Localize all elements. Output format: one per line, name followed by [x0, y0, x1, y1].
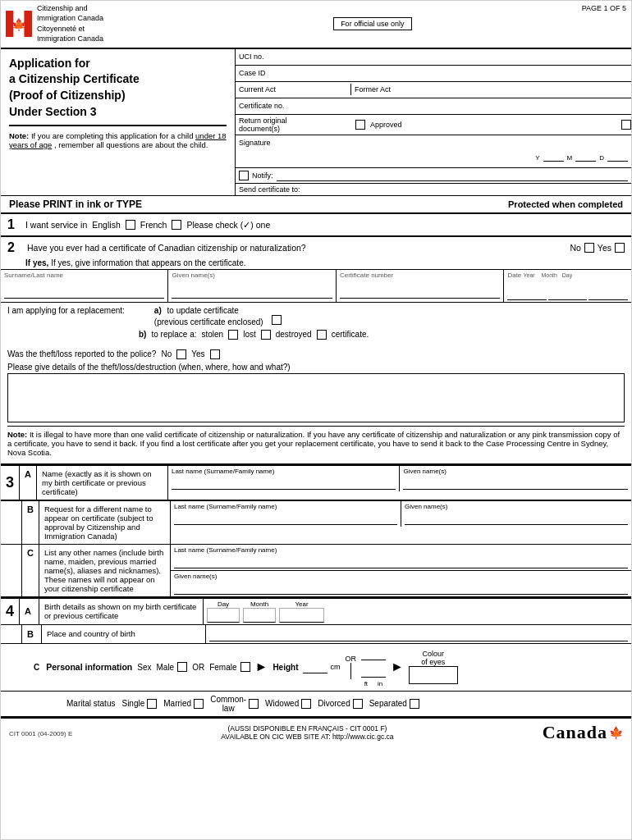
date-cell: Date Year Month Day	[504, 270, 631, 302]
single-checkbox[interactable]	[147, 699, 157, 709]
yes-checkbox[interactable]	[615, 243, 625, 253]
section3b-fields: Last name (Surname/Family name) Given na…	[171, 501, 631, 544]
section1-number: 1	[7, 217, 21, 232]
notify-checkbox[interactable]	[239, 171, 249, 180]
section3a-sub: A Name (exactly as it is shown on my bir…	[20, 466, 631, 500]
signature-row: Signature Y M D	[236, 135, 631, 168]
given-name-input[interactable]	[172, 285, 332, 299]
french-checkbox[interactable]	[172, 220, 181, 230]
canada-wordmark: Canada	[543, 722, 607, 743]
destroyed-checkbox[interactable]	[317, 330, 327, 340]
sex-label: Sex	[137, 663, 151, 672]
french-label: French	[140, 220, 167, 230]
yes2-checkbox[interactable]	[210, 349, 220, 359]
section2-question: Have you ever had a certificate of Canad…	[27, 243, 306, 253]
married-label: Married	[163, 699, 191, 708]
common-law-label: Common- law	[210, 695, 246, 713]
section3b-last-input[interactable]	[174, 512, 397, 525]
section3c-given-row: Given name(s)	[171, 571, 631, 596]
widowed-checkbox[interactable]	[301, 699, 311, 709]
surname-input[interactable]	[4, 285, 164, 299]
return-checkbox[interactable]	[355, 120, 365, 130]
option-b-label: b)	[139, 330, 146, 339]
divorced-checkbox[interactable]	[353, 699, 363, 709]
female-label: Female	[209, 663, 236, 672]
cert-number-input[interactable]	[340, 285, 500, 299]
birth-month-input[interactable]	[243, 608, 276, 623]
section4a-row: 4 A Birth details as shown on my birth c…	[1, 599, 631, 625]
height-in-input[interactable]	[361, 664, 386, 678]
no-checkbox[interactable]	[584, 243, 594, 253]
section4-area: 4 A Birth details as shown on my birth c…	[1, 597, 631, 718]
birth-day-input[interactable]	[207, 608, 240, 623]
section4a-fields: Day Month Year	[204, 599, 631, 624]
english-checkbox[interactable]	[126, 220, 135, 230]
sig-month-input[interactable]	[575, 150, 596, 162]
section1-row: 1 I want service in English French Pleas…	[1, 214, 631, 237]
section3-number: 3	[1, 466, 20, 500]
print-notice: Please PRINT in ink or TYPE	[9, 199, 142, 210]
place-birth-input[interactable]	[209, 627, 628, 641]
certificate-label: certificate.	[332, 330, 369, 339]
section4b-row: B Place and country of birth	[1, 625, 631, 644]
birth-year-input[interactable]	[279, 608, 324, 623]
section3a-last-cell: Last name (Surname/Family name)	[168, 466, 401, 491]
section2-area: 2 Have you ever had a certificate of Can…	[1, 237, 631, 464]
cert-no-label: Certificate no.	[236, 100, 350, 112]
section3c-given-input[interactable]	[174, 582, 628, 595]
no2-label: No	[161, 349, 172, 358]
widowed-label: Widowed	[265, 699, 299, 708]
married-checkbox[interactable]	[194, 699, 204, 709]
header-center: For official use only	[170, 4, 575, 44]
return-row: Return original document(s) Approved	[236, 115, 631, 135]
note-text2: , remember all questions are about the c…	[54, 140, 208, 149]
option-a-checkbox[interactable]	[272, 315, 282, 325]
sig-day-input[interactable]	[607, 150, 628, 162]
lost-checkbox[interactable]	[261, 330, 271, 340]
female-checkbox[interactable]	[240, 662, 250, 672]
section1-text: I want service in	[25, 220, 87, 230]
notify-row: Notify:	[236, 168, 631, 183]
footer: CIT 0001 (04-2009) E (AUSSI DISPONIBLE E…	[1, 718, 631, 746]
cert-day-input[interactable]	[588, 287, 628, 300]
section3a-given-input[interactable]	[403, 477, 628, 490]
section3b-sub: B Request for a different name to appear…	[22, 501, 631, 544]
colour-eyes-label: Colour of eyes	[421, 650, 445, 666]
section3b-given-input[interactable]	[405, 512, 628, 525]
section3b-desc: Request for a different name to appear o…	[39, 501, 171, 544]
illegal-note-text: It is illegal to have more than one vali…	[7, 430, 620, 457]
sig-year-input[interactable]	[543, 150, 564, 162]
section3a-last-input[interactable]	[172, 477, 396, 490]
male-checkbox[interactable]	[177, 662, 187, 672]
title-area: Application for a Citizenship Certificat…	[1, 49, 235, 195]
separated-checkbox[interactable]	[410, 699, 419, 709]
details-box[interactable]	[7, 373, 625, 422]
ft-label: ft	[364, 680, 368, 687]
birth-year-box: Year	[279, 600, 324, 623]
notify-line	[277, 170, 628, 181]
act-row: Current Act Former Act	[236, 82, 631, 98]
section3b-letter: B	[22, 501, 39, 544]
height-cm-input[interactable]	[303, 660, 327, 673]
section3a-letter: A	[20, 466, 37, 500]
approved-checkbox[interactable]	[621, 120, 631, 130]
marital-row: Marital status Single Married Common- la…	[1, 692, 631, 717]
case-id-label: Case ID	[236, 67, 350, 79]
note-section: Note: If you are completing this applica…	[9, 131, 227, 149]
common-law-checkbox[interactable]	[249, 699, 259, 709]
height-ft-input[interactable]	[361, 647, 386, 660]
theft-question: Was the theft/loss reported to the polic…	[7, 349, 156, 358]
no2-checkbox[interactable]	[176, 349, 186, 359]
cert-year-input[interactable]	[507, 287, 547, 300]
option-a-label: a)	[154, 306, 162, 315]
option-a-text: to update certificate (previous certific…	[154, 306, 263, 326]
official-area: UCI no. Case ID Current Act Former Act C…	[235, 49, 631, 195]
if-yes-text: If yes, If yes, give information that ap…	[1, 258, 631, 269]
stolen-checkbox[interactable]	[228, 330, 238, 340]
section3c-last-input[interactable]	[174, 555, 628, 568]
colour-eyes-input[interactable]	[409, 666, 458, 684]
personal-label: Personal information	[46, 662, 132, 672]
page: 🍁 Citizenship and Immigration Canada Cit…	[0, 0, 632, 840]
former-act-label: Former Act	[350, 84, 631, 95]
cert-month-input[interactable]	[548, 287, 588, 300]
